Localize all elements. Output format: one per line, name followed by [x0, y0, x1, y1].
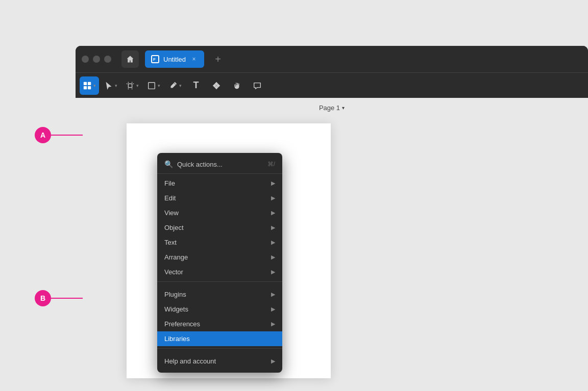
menu-item-plugins[interactable]: Plugins ▶ [157, 287, 282, 302]
menu-item-vector[interactable]: Vector ▶ [157, 265, 282, 279]
menu-item-preferences[interactable]: Preferences ▶ [157, 317, 282, 331]
menu-item-libraries[interactable]: Libraries [157, 331, 282, 346]
menu-item-help[interactable]: Help and account ▶ [157, 354, 282, 369]
menu-item-preferences-label: Preferences [164, 320, 200, 328]
main-dropdown-menu: 🔍 Quick actions... ⌘/ File ▶ Edit ▶ View… [157, 153, 282, 373]
menu-item-libraries-label: Libraries [164, 335, 190, 343]
menu-item-view-label: View [164, 209, 179, 217]
page-chevron-icon: ▾ [342, 105, 345, 111]
traffic-light-minimize[interactable] [93, 56, 100, 63]
shape-tool-button[interactable]: ▾ [144, 76, 163, 95]
pen-chevron: ▾ [179, 83, 182, 88]
menu-item-arrange-label: Arrange [164, 253, 188, 261]
svg-rect-4 [84, 86, 87, 89]
menu-item-preferences-arrow: ▶ [271, 321, 275, 327]
svg-rect-2 [84, 82, 87, 85]
components-tool-button[interactable] [207, 76, 226, 95]
menu-divider-bottom [157, 348, 282, 349]
grid-icon [83, 81, 92, 90]
tab-title: Untitled [163, 56, 186, 63]
canvas-area: Page 1 ▾ [76, 98, 588, 391]
toolbar: ▾ ▾ ▾ ▾ [76, 72, 588, 98]
menu-item-help-label: Help and account [164, 357, 216, 365]
traffic-lights [82, 56, 111, 63]
frame-chevron: ▾ [136, 83, 139, 88]
svg-rect-5 [88, 86, 91, 89]
shape-chevron: ▾ [158, 83, 160, 88]
title-bar: F Untitled × + [76, 46, 588, 72]
annotation-b: B [35, 290, 51, 306]
menu-item-file-arrow: ▶ [271, 180, 275, 187]
components-icon [212, 81, 221, 90]
annotation-b-line [51, 298, 83, 299]
menu-divider-middle [157, 281, 282, 282]
menu-item-object[interactable]: Object ▶ [157, 220, 282, 235]
home-icon [126, 55, 134, 63]
menu-search-label: Quick actions... [177, 161, 263, 168]
frame-icon [126, 81, 135, 90]
menu-item-edit-arrow: ▶ [271, 195, 275, 201]
tab-close-button[interactable]: × [190, 55, 198, 63]
cursor-icon [104, 81, 113, 90]
shape-icon [147, 81, 156, 90]
menu-item-text-label: Text [164, 239, 177, 246]
text-tool-button[interactable]: T [187, 76, 205, 95]
menu-item-help-arrow: ▶ [271, 358, 275, 364]
svg-rect-6 [128, 84, 132, 87]
menu-item-vector-label: Vector [164, 268, 183, 276]
select-tool-button[interactable]: ▾ [101, 76, 120, 95]
svg-text:F: F [153, 57, 156, 62]
app-window: F Untitled × + ▾ [76, 46, 588, 391]
menu-item-text[interactable]: Text ▶ [157, 235, 282, 250]
menu-item-edit-label: Edit [164, 194, 176, 202]
menu-item-arrange[interactable]: Arrange ▶ [157, 250, 282, 265]
traffic-light-maximize[interactable] [104, 56, 111, 63]
menu-item-file[interactable]: File ▶ [157, 176, 282, 191]
menu-item-object-label: Object [164, 224, 184, 231]
tab-figma-icon: F [151, 55, 159, 63]
comment-tool-button[interactable] [248, 76, 266, 95]
new-tab-button[interactable]: + [210, 51, 226, 67]
frame-tool-button[interactable]: ▾ [122, 76, 142, 95]
search-icon: 🔍 [164, 160, 173, 168]
page-label[interactable]: Page 1 ▾ [319, 104, 345, 112]
menu-item-file-label: File [164, 179, 175, 187]
main-menu-chevron: ▾ [93, 83, 96, 88]
menu-item-view[interactable]: View ▶ [157, 205, 282, 220]
annotation-a: A [35, 127, 51, 143]
annotation-a-line [51, 135, 83, 136]
text-icon: T [193, 80, 199, 91]
menu-item-edit[interactable]: Edit ▶ [157, 191, 282, 205]
select-chevron: ▾ [115, 83, 117, 88]
menu-item-widgets-label: Widgets [164, 305, 188, 313]
pen-tool-button[interactable]: ▾ [165, 76, 185, 95]
home-button[interactable] [121, 50, 139, 68]
svg-rect-3 [88, 82, 91, 85]
menu-search-shortcut: ⌘/ [267, 161, 275, 168]
menu-item-widgets-arrow: ▶ [271, 306, 275, 312]
menu-item-arrange-arrow: ▶ [271, 254, 275, 260]
menu-item-plugins-arrow: ▶ [271, 291, 275, 298]
menu-item-object-arrow: ▶ [271, 224, 275, 231]
menu-search-row[interactable]: 🔍 Quick actions... ⌘/ [157, 157, 282, 171]
hand-tool-button[interactable] [228, 76, 246, 95]
menu-item-widgets[interactable]: Widgets ▶ [157, 302, 282, 317]
main-menu-button[interactable]: ▾ [80, 76, 99, 95]
menu-item-plugins-label: Plugins [164, 291, 186, 298]
traffic-light-close[interactable] [82, 56, 89, 63]
menu-item-vector-arrow: ▶ [271, 269, 275, 275]
menu-item-view-arrow: ▶ [271, 210, 275, 216]
pen-icon [168, 81, 178, 90]
comment-icon [253, 81, 262, 90]
svg-rect-7 [149, 82, 155, 89]
menu-divider-top [157, 173, 282, 174]
hand-icon [232, 81, 241, 90]
menu-item-text-arrow: ▶ [271, 239, 275, 246]
active-tab[interactable]: F Untitled × [145, 50, 204, 68]
